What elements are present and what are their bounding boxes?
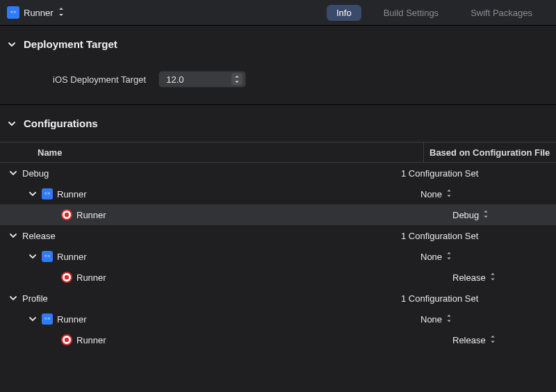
chevron-down-icon [8, 41, 17, 48]
config-group-summary: 1 Configuration Set [401, 293, 478, 304]
select-value: 12.0 [166, 74, 183, 85]
config-group-row[interactable]: Profile1 Configuration Set [0, 288, 556, 309]
chevron-down-icon [29, 316, 38, 322]
chevron-down-icon [29, 190, 38, 197]
config-group-summary: 1 Configuration Set [401, 168, 478, 179]
config-target-row[interactable]: RunnerRelease [0, 329, 556, 350]
config-project-name: Runner [57, 252, 87, 262]
chevron-updown-icon [483, 210, 489, 220]
project-selector[interactable]: Runner [7, 6, 65, 19]
tab-info[interactable]: Info [327, 5, 361, 21]
section-deployment-target: Deployment Target iOS Deployment Target … [0, 26, 556, 104]
configurations-tree: Debug1 Configuration SetRunnerNone Runne… [0, 163, 556, 350]
chevron-down-icon [10, 295, 18, 302]
column-header-name[interactable]: Name [0, 142, 424, 162]
section-header-configurations[interactable]: Configurations [0, 105, 556, 133]
column-header-based-on[interactable]: Based on Configuration File [424, 142, 556, 162]
config-project-value[interactable]: None [420, 189, 442, 199]
config-group-row[interactable]: Release1 Configuration Set [0, 225, 556, 246]
section-configurations: Configurations Name Based on Configurati… [0, 105, 556, 350]
section-title: Deployment Target [24, 38, 117, 50]
xcode-project-icon [7, 6, 19, 19]
config-project-value[interactable]: None [420, 252, 442, 262]
config-group-row[interactable]: Debug1 Configuration Set [0, 163, 556, 183]
project-name: Runner [24, 8, 54, 18]
config-group-summary: 1 Configuration Set [401, 231, 478, 241]
config-target-value[interactable]: Release [452, 272, 486, 283]
project-topbar: Runner Info Build Settings Swift Package… [0, 0, 556, 26]
editor-tabs: Info Build Settings Swift Packages [327, 5, 542, 21]
section-title: Configurations [24, 117, 98, 129]
chevron-updown-icon [490, 272, 496, 283]
config-target-value[interactable]: Debug [452, 210, 479, 220]
config-group-name: Debug [22, 168, 49, 179]
updown-icon [58, 7, 65, 19]
config-project-name: Runner [57, 314, 87, 325]
configurations-table-header: Name Based on Configuration File [0, 142, 556, 163]
config-group-name: Release [22, 231, 56, 241]
xcode-project-icon [42, 188, 53, 199]
chevron-updown-icon [446, 252, 452, 262]
ios-deployment-target-select[interactable]: 12.0 [158, 71, 246, 88]
config-group-name: Profile [22, 293, 48, 304]
config-target-name: Runner [76, 210, 106, 220]
config-project-name: Runner [57, 189, 87, 199]
chevron-updown-icon [490, 335, 496, 345]
config-target-name: Runner [76, 272, 106, 283]
config-target-row[interactable]: RunnerDebug [0, 204, 556, 225]
config-target-value[interactable]: Release [452, 335, 486, 345]
chevron-down-icon [8, 120, 17, 127]
ios-deployment-target-label: iOS Deployment Target [53, 74, 146, 85]
config-project-row[interactable]: RunnerNone [0, 246, 556, 267]
tab-build-settings[interactable]: Build Settings [374, 5, 449, 21]
target-icon [61, 272, 72, 283]
tab-swift-packages[interactable]: Swift Packages [461, 5, 542, 21]
chevron-updown-icon [231, 73, 243, 85]
config-project-row[interactable]: RunnerNone [0, 183, 556, 204]
chevron-down-icon [29, 253, 38, 260]
chevron-updown-icon [446, 189, 452, 199]
target-icon [61, 334, 72, 345]
xcode-project-icon [42, 313, 53, 325]
chevron-down-icon [10, 170, 18, 177]
config-project-row[interactable]: RunnerNone [0, 309, 556, 329]
chevron-updown-icon [446, 314, 452, 325]
target-icon [61, 209, 72, 220]
chevron-down-icon [10, 232, 18, 239]
config-target-name: Runner [76, 335, 106, 345]
config-project-value[interactable]: None [420, 314, 442, 325]
xcode-project-icon [42, 251, 53, 262]
section-header-deployment-target[interactable]: Deployment Target [0, 26, 556, 54]
config-target-row[interactable]: RunnerRelease [0, 267, 556, 288]
